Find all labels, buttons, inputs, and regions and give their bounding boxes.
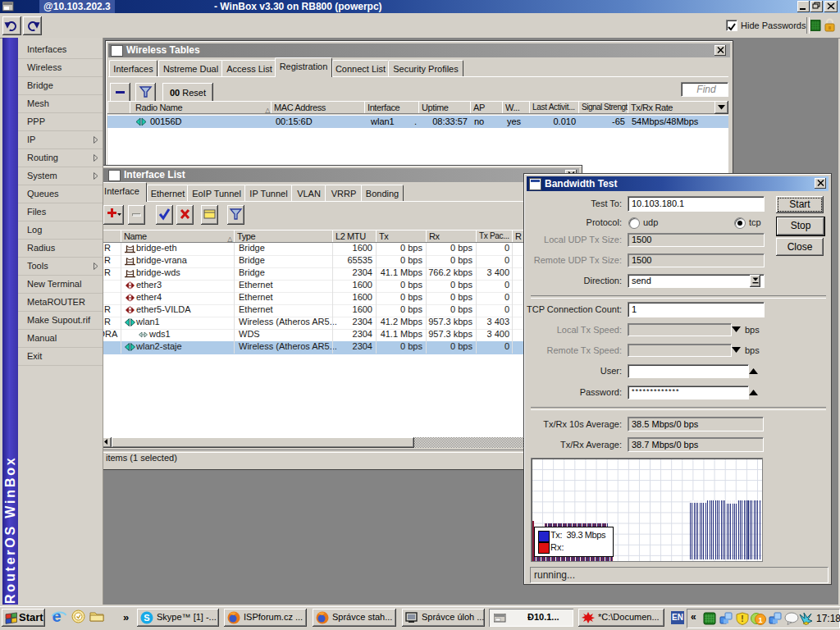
svg-text:S: S <box>144 613 149 623</box>
svg-text:1: 1 <box>758 616 762 624</box>
svg-text:!: ! <box>741 614 743 623</box>
svg-text:e: e <box>52 608 62 624</box>
